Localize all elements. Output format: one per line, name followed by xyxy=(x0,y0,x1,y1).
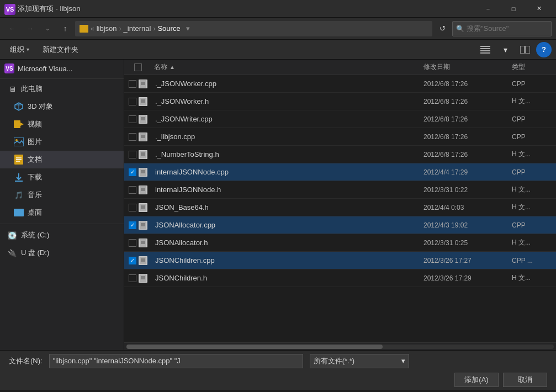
drive-icon: 💽 xyxy=(7,230,18,241)
table-row[interactable]: ._JSONWriter.cpp2012/6/8 17:26CPP xyxy=(124,110,556,128)
new-folder-label: 新建文件夹 xyxy=(43,45,78,55)
download-icon xyxy=(13,172,24,183)
file-checkbox[interactable] xyxy=(129,151,136,158)
view-dropdown-button[interactable]: ▾ xyxy=(496,42,514,57)
sidebar-item-desktop[interactable]: 桌面 xyxy=(0,204,124,221)
sidebar-vs-header[interactable]: VS Microsoft Visua... xyxy=(0,60,124,77)
file-type-cell: H 文... xyxy=(512,273,556,283)
file-icon xyxy=(139,168,147,177)
file-checkbox[interactable] xyxy=(129,204,136,211)
sidebar-item-music[interactable]: 🎵 音乐 xyxy=(0,186,124,204)
back-button[interactable]: ← xyxy=(4,21,20,36)
cancel-button[interactable]: 取消 xyxy=(503,373,547,387)
file-checkbox[interactable] xyxy=(129,98,136,105)
music-icon: 🎵 xyxy=(13,189,24,200)
table-row[interactable]: JSONAllocator.h2012/3/31 0:25H 文... xyxy=(124,234,556,252)
breadcrumb-internal[interactable]: _internal xyxy=(124,24,151,33)
breadcrumb-source[interactable]: Source xyxy=(157,24,180,33)
sidebar-label-3d: 3D 对象 xyxy=(28,102,53,112)
table-row[interactable]: ✓JSONChildren.cpp2012/3/26 17:27CPP ... xyxy=(124,252,556,269)
col-name-header[interactable]: 名称 ▲ xyxy=(152,62,423,72)
pane-button[interactable] xyxy=(516,42,534,57)
close-button[interactable]: ✕ xyxy=(526,0,552,18)
filename-input[interactable] xyxy=(49,354,303,368)
forward-button[interactable]: → xyxy=(22,21,38,36)
search-box[interactable]: 🔍 xyxy=(452,21,552,36)
breadcrumb-bar[interactable]: « libjson › _internal › Source ▾ xyxy=(75,21,432,36)
svg-rect-19 xyxy=(140,80,146,88)
svg-rect-47 xyxy=(140,204,146,211)
help-button[interactable]: ? xyxy=(536,42,552,57)
sidebar-item-3d[interactable]: 3D 对象 xyxy=(0,98,124,115)
search-icon: 🔍 xyxy=(456,25,464,33)
svg-rect-23 xyxy=(140,98,146,105)
file-checkbox[interactable]: ✓ xyxy=(129,257,136,264)
file-icon xyxy=(139,150,147,159)
minimize-button[interactable]: − xyxy=(475,0,501,18)
usb-icon: 🔌 xyxy=(7,247,18,258)
file-date-cell: 2012/4/4 0:03 xyxy=(423,204,512,211)
sidebar-item-thispc[interactable]: 🖥 此电脑 xyxy=(0,80,124,98)
col-date-header[interactable]: 修改日期 xyxy=(423,62,512,72)
svg-rect-35 xyxy=(140,151,146,158)
cube-icon xyxy=(13,101,24,112)
file-date-cell: 2012/6/8 17:26 xyxy=(423,151,512,158)
svg-rect-27 xyxy=(140,115,146,123)
sidebar-item-d-drive[interactable]: 🔌 U 盘 (D:) xyxy=(0,244,124,262)
file-type-cell: CPP xyxy=(512,115,556,123)
file-date-cell: 2012/6/8 17:26 xyxy=(423,98,512,105)
view-list-button[interactable] xyxy=(476,42,494,57)
hscrollbar-track xyxy=(126,345,554,349)
breadcrumb-libjson[interactable]: libjson xyxy=(97,24,117,33)
sidebar-item-video[interactable]: 视频 xyxy=(0,115,124,133)
maximize-button[interactable]: □ xyxy=(501,0,526,18)
file-type-cell: CPP xyxy=(512,168,556,176)
sidebar-item-c-drive[interactable]: 💽 系统 (C:) xyxy=(0,226,124,244)
pane-icon xyxy=(520,46,530,54)
file-checkbox[interactable] xyxy=(129,186,136,194)
file-checkbox[interactable] xyxy=(129,115,136,123)
table-row[interactable]: ._JSONWorker.h2012/6/8 17:26H 文... xyxy=(124,93,556,110)
add-button[interactable]: 添加(A) xyxy=(454,373,499,387)
table-row[interactable]: internalJSONNode.h2012/3/31 0:22H 文... xyxy=(124,181,556,199)
table-row[interactable]: ._JSONWorker.cpp2012/6/8 17:26CPP xyxy=(124,75,556,93)
table-row[interactable]: ✓internalJSONNode.cpp2012/4/4 17:29CPP xyxy=(124,163,556,181)
file-icon xyxy=(139,80,147,88)
table-row[interactable]: JSONChildren.h2012/3/26 17:29H 文... xyxy=(124,269,556,287)
refresh-button[interactable]: ↺ xyxy=(435,21,450,36)
horizontal-scrollbar[interactable] xyxy=(124,342,556,350)
search-input[interactable] xyxy=(467,24,544,33)
file-icon xyxy=(139,186,147,194)
breadcrumb-dropdown-arrow[interactable]: ▾ xyxy=(183,21,194,36)
header-checkbox[interactable] xyxy=(134,63,142,71)
sidebar-item-picture[interactable]: 图片 xyxy=(0,133,124,151)
organize-button[interactable]: 组织 ▾ xyxy=(4,42,35,57)
file-icon xyxy=(139,133,147,141)
file-checkbox[interactable] xyxy=(129,133,136,141)
title-bar: VS 添加现有项 - libjson − □ ✕ xyxy=(0,0,556,18)
up-button[interactable]: ↑ xyxy=(57,21,73,36)
table-row[interactable]: ✓JSONAllocator.cpp2012/4/3 19:02CPP xyxy=(124,216,556,234)
file-name-cell: ._JSONWorker.cpp xyxy=(152,80,423,88)
table-row[interactable]: ._NumberToString.h2012/6/8 17:26H 文... xyxy=(124,146,556,163)
file-name-cell: ._JSONWorker.h xyxy=(152,97,423,105)
file-checkbox[interactable] xyxy=(129,80,136,88)
file-checkbox[interactable] xyxy=(129,274,136,282)
file-name-cell: internalJSONNode.h xyxy=(152,186,423,194)
dropdown-button[interactable]: ⌄ xyxy=(40,21,55,36)
file-checkbox[interactable] xyxy=(129,239,136,247)
col-type-header[interactable]: 类型 xyxy=(512,62,556,72)
filetype-dropdown[interactable]: 所有文件(*.*) ▾ xyxy=(310,354,409,368)
sidebar-item-download[interactable]: 下载 xyxy=(0,168,124,186)
file-checkbox[interactable]: ✓ xyxy=(129,221,136,229)
table-row[interactable]: ._libjson.cpp2012/6/8 17:26CPP xyxy=(124,128,556,146)
file-checkbox-area xyxy=(124,80,152,88)
file-checkbox[interactable]: ✓ xyxy=(129,168,136,176)
sidebar-item-document[interactable]: 文档 xyxy=(0,151,124,168)
new-folder-button[interactable]: 新建文件夹 xyxy=(37,42,84,57)
sort-arrow: ▲ xyxy=(170,64,175,70)
sidebar-label-document: 文档 xyxy=(28,155,42,165)
file-type-cell: CPP xyxy=(512,221,556,229)
table-row[interactable]: JSON_Base64.h2012/4/4 0:03H 文... xyxy=(124,199,556,216)
col-date-label: 修改日期 xyxy=(423,63,450,71)
